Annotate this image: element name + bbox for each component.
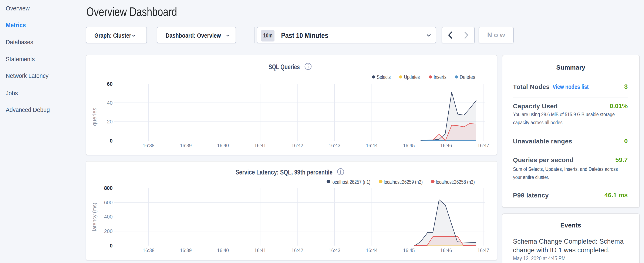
- svg-text:latency (ms): latency (ms): [91, 203, 98, 231]
- svg-text:16:45: 16:45: [403, 248, 415, 253]
- svg-text:16:41: 16:41: [254, 143, 266, 148]
- svg-text:20: 20: [107, 119, 113, 124]
- svg-text:Inserts: Inserts: [434, 74, 446, 80]
- svg-text:16:46: 16:46: [440, 143, 452, 148]
- svg-text:Deletes: Deletes: [460, 74, 475, 80]
- svg-text:0: 0: [110, 138, 112, 143]
- svg-text:Service Latency: SQL, 99th per: Service Latency: SQL, 99th percentile: [236, 168, 332, 176]
- svg-text:16:42: 16:42: [292, 143, 303, 148]
- svg-text:16:44: 16:44: [366, 248, 378, 253]
- svg-text:16:42: 16:42: [292, 248, 303, 253]
- svg-text:16:38: 16:38: [143, 248, 154, 253]
- svg-text:SQL Queries: SQL Queries: [268, 63, 300, 71]
- svg-text:16:39: 16:39: [180, 248, 192, 253]
- svg-text:queries: queries: [91, 108, 98, 126]
- svg-text:16:38: 16:38: [143, 143, 154, 148]
- svg-text:localhost:26257 (n1): localhost:26257 (n1): [332, 179, 370, 185]
- svg-text:400: 400: [104, 214, 112, 220]
- svg-text:60: 60: [107, 81, 113, 87]
- svg-text:localhost:26258 (n3): localhost:26258 (n3): [436, 179, 475, 185]
- svg-text:16:46: 16:46: [440, 248, 452, 253]
- svg-text:16:40: 16:40: [217, 248, 229, 253]
- svg-text:600: 600: [104, 200, 112, 205]
- svg-text:16:41: 16:41: [254, 248, 266, 253]
- svg-text:200: 200: [104, 228, 112, 234]
- svg-text:Updates: Updates: [404, 74, 420, 80]
- svg-text:800: 800: [104, 185, 112, 191]
- svg-text:16:47: 16:47: [478, 248, 489, 253]
- svg-text:16:40: 16:40: [217, 143, 229, 148]
- svg-text:40: 40: [107, 100, 113, 106]
- svg-text:16:47: 16:47: [478, 143, 489, 148]
- svg-text:0: 0: [110, 243, 112, 248]
- svg-text:16:45: 16:45: [403, 143, 415, 148]
- svg-text:localhost:26259 (n2): localhost:26259 (n2): [384, 179, 423, 185]
- svg-text:Selects: Selects: [377, 74, 391, 80]
- svg-text:16:43: 16:43: [329, 143, 340, 148]
- svg-text:16:39: 16:39: [180, 143, 192, 148]
- svg-text:16:43: 16:43: [329, 248, 340, 253]
- svg-text:16:44: 16:44: [366, 143, 378, 148]
